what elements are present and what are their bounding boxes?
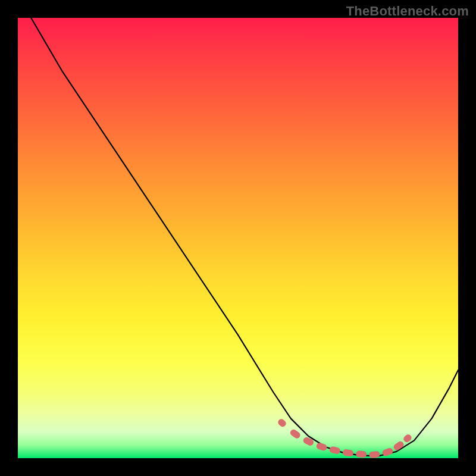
marker-dash xyxy=(315,442,328,452)
marker-dash xyxy=(302,436,315,447)
marker-dash xyxy=(277,418,287,428)
watermark-text: TheBottleneck.com xyxy=(346,4,469,19)
marker-dash xyxy=(289,428,302,440)
chart-container: TheBottleneck.com xyxy=(0,0,476,476)
plot-area xyxy=(18,18,458,458)
marker-band xyxy=(277,418,413,458)
chart-svg xyxy=(18,18,458,458)
marker-dash xyxy=(356,450,367,458)
marker-dash xyxy=(342,449,353,457)
marker-dash xyxy=(369,451,380,458)
curve-line xyxy=(31,18,458,456)
marker-dash xyxy=(329,446,341,455)
